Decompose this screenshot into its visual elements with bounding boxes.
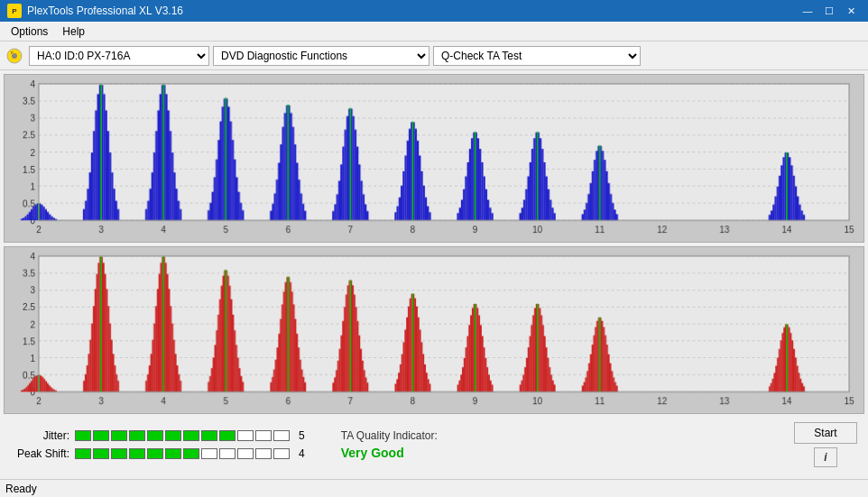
meter-segment	[147, 430, 163, 441]
meter-segment	[183, 448, 199, 459]
peak-shift-label: Peak Shift:	[11, 447, 69, 460]
bottom-chart-canvas	[5, 247, 863, 414]
menu-options[interactable]: Options	[4, 23, 55, 40]
window-title: PlexTools Professional XL V3.16	[27, 5, 798, 17]
meter-segment	[273, 448, 290, 459]
meter-segment	[183, 430, 199, 441]
app-icon: P	[7, 4, 22, 18]
drive-selector[interactable]: HA:0 ID:0 PX-716A	[29, 46, 209, 66]
meter-segment	[111, 448, 127, 459]
top-chart	[4, 74, 864, 243]
meter-segment	[75, 430, 91, 441]
meter-segment	[237, 430, 254, 441]
drive-icon: P	[4, 45, 25, 67]
jitter-meter	[75, 430, 290, 441]
menu-help[interactable]: Help	[55, 23, 92, 40]
ta-quality-section: TA Quality Indicator: Very Good	[341, 429, 438, 460]
toolbar: P HA:0 ID:0 PX-716A DVD Diagnostic Funct…	[0, 41, 868, 70]
start-button[interactable]: Start	[794, 422, 857, 444]
jitter-row: Jitter: 5	[11, 429, 305, 442]
close-button[interactable]: ✕	[841, 4, 861, 18]
meter-segment	[75, 448, 91, 459]
minimize-button[interactable]: —	[798, 4, 817, 18]
meter-segment	[165, 430, 181, 441]
meter-segment	[111, 430, 127, 441]
meter-segment	[129, 430, 145, 441]
info-button[interactable]: i	[814, 447, 837, 467]
maximize-button[interactable]: ☐	[819, 4, 839, 18]
meter-segment	[219, 430, 235, 441]
bottom-panel: Jitter: 5 Peak Shift: 4 TA Quality Indic…	[4, 414, 864, 475]
svg-text:P: P	[11, 51, 14, 55]
window-controls: — ☐ ✕	[798, 4, 861, 18]
meter-segment	[93, 430, 109, 441]
ta-quality-label: TA Quality Indicator:	[341, 429, 438, 442]
statusbar: Ready	[0, 479, 868, 497]
meter-segment	[93, 448, 109, 459]
peak-shift-value: 4	[299, 447, 305, 460]
menubar: Options Help	[0, 22, 868, 41]
jitter-label: Jitter:	[11, 429, 69, 442]
jitter-value: 5	[299, 429, 305, 442]
meter-segment	[147, 448, 163, 459]
meter-segment	[255, 430, 272, 441]
status-text: Ready	[5, 483, 37, 495]
meter-segment	[237, 448, 254, 459]
test-selector[interactable]: Q-Check TA Test	[433, 46, 641, 66]
ta-quality-value: Very Good	[341, 446, 438, 460]
meter-segment	[201, 430, 217, 441]
start-button-area: Start i	[794, 422, 857, 467]
peak-shift-meter	[75, 448, 290, 459]
titlebar: P PlexTools Professional XL V3.16 — ☐ ✕	[0, 0, 868, 22]
meter-segment	[165, 448, 181, 459]
meter-segment	[201, 448, 217, 459]
meter-segment	[129, 448, 145, 459]
meter-segment	[219, 448, 235, 459]
peak-shift-row: Peak Shift: 4	[11, 447, 305, 460]
metrics-section: Jitter: 5 Peak Shift: 4	[11, 429, 305, 460]
function-selector[interactable]: DVD Diagnostic Functions	[213, 46, 429, 66]
main-content: Jitter: 5 Peak Shift: 4 TA Quality Indic…	[0, 70, 868, 479]
charts-area	[4, 74, 864, 414]
meter-segment	[255, 448, 272, 459]
top-chart-canvas	[5, 75, 863, 242]
meter-segment	[273, 430, 290, 441]
bottom-chart	[4, 246, 864, 415]
